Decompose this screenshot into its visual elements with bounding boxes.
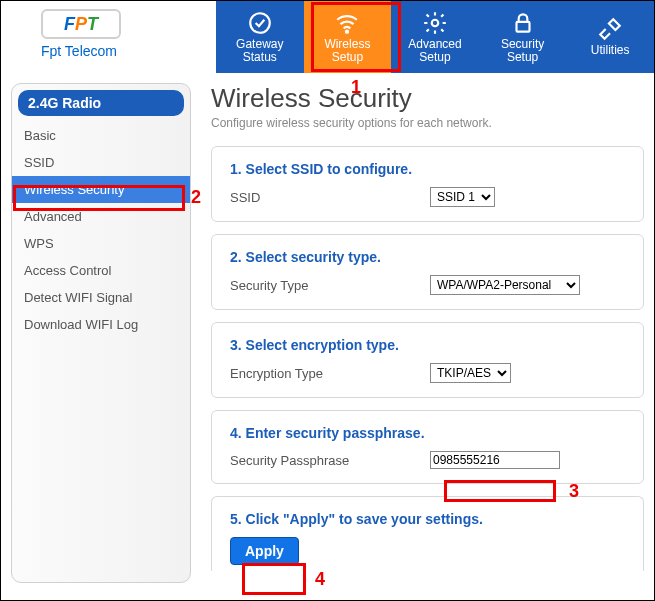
card-ssid: 1. Select SSID to configure. SSID SSID 1 [211, 146, 644, 222]
svg-point-1 [346, 30, 348, 32]
label-encryption: Encryption Type [230, 366, 430, 381]
nav-label: Status [243, 51, 277, 64]
check-circle-icon [247, 10, 273, 36]
label-passphrase: Security Passphrase [230, 453, 430, 468]
card-title: 4. Enter security passphrase. [230, 425, 625, 441]
annotation-3: 3 [569, 481, 579, 502]
sidebar: 2.4G Radio Basic SSID Wireless Security … [11, 83, 191, 583]
page-title: Wireless Security [211, 83, 644, 114]
card-encryption: 3. Select encryption type. Encryption Ty… [211, 322, 644, 398]
nav-label: Setup [332, 51, 363, 64]
svg-point-0 [250, 13, 270, 33]
label-security-type: Security Type [230, 278, 430, 293]
sidebar-item-basic[interactable]: Basic [12, 122, 190, 149]
page-subtitle: Configure wireless security options for … [211, 116, 644, 130]
nav-wireless-setup[interactable]: Wireless Setup [304, 1, 392, 73]
security-type-select[interactable]: WPA/WPA2-Personal [430, 275, 580, 295]
sidebar-item-download-log[interactable]: Download WIFI Log [12, 311, 190, 338]
passphrase-input[interactable] [430, 451, 560, 469]
ssid-select[interactable]: SSID 1 [430, 187, 495, 207]
nav-label: Utilities [591, 44, 630, 57]
nav-security-setup[interactable]: Security Setup [479, 1, 567, 73]
sidebar-item-ssid[interactable]: SSID [12, 149, 190, 176]
sidebar-item-wps[interactable]: WPS [12, 230, 190, 257]
encryption-select[interactable]: TKIP/AES [430, 363, 511, 383]
header: F P T Fpt Telecom Gateway Status Wireles… [1, 1, 654, 73]
topnav: Gateway Status Wireless Setup Advanced S… [216, 1, 654, 73]
card-passphrase: 4. Enter security passphrase. Security P… [211, 410, 644, 484]
tools-icon [597, 16, 623, 42]
nav-gateway-status[interactable]: Gateway Status [216, 1, 304, 73]
logo-letter-f: F [64, 14, 75, 35]
card-apply: 5. Click "Apply" to save your settings. … [211, 496, 644, 571]
annotation-2: 2 [191, 187, 201, 208]
sidebar-item-advanced[interactable]: Advanced [12, 203, 190, 230]
lock-icon [510, 10, 536, 36]
nav-label: Setup [507, 51, 538, 64]
annotation-4: 4 [315, 569, 325, 590]
apply-button[interactable]: Apply [230, 537, 299, 565]
logo-tagline: Fpt Telecom [41, 43, 216, 59]
card-title: 3. Select encryption type. [230, 337, 625, 353]
logo: F P T [41, 9, 121, 39]
nav-utilities[interactable]: Utilities [566, 1, 654, 73]
content: Wireless Security Configure wireless sec… [211, 83, 644, 583]
nav-advanced-setup[interactable]: Advanced Setup [391, 1, 479, 73]
card-security-type: 2. Select security type. Security Type W… [211, 234, 644, 310]
label-ssid: SSID [230, 190, 430, 205]
svg-point-2 [432, 20, 439, 27]
logo-letter-p: P [75, 14, 87, 35]
wifi-icon [334, 10, 360, 36]
sidebar-item-access-control[interactable]: Access Control [12, 257, 190, 284]
sidebar-item-wireless-security[interactable]: Wireless Security [12, 176, 190, 203]
sidebar-heading: 2.4G Radio [18, 90, 184, 116]
card-title: 1. Select SSID to configure. [230, 161, 625, 177]
card-title: 5. Click "Apply" to save your settings. [230, 511, 625, 527]
sidebar-item-detect-wifi[interactable]: Detect WIFI Signal [12, 284, 190, 311]
gear-icon [422, 10, 448, 36]
nav-label: Setup [419, 51, 450, 64]
svg-rect-3 [516, 22, 529, 32]
logo-area: F P T Fpt Telecom [1, 1, 216, 73]
logo-letter-t: T [87, 14, 98, 35]
main: 2.4G Radio Basic SSID Wireless Security … [1, 73, 654, 583]
card-title: 2. Select security type. [230, 249, 625, 265]
annotation-1: 1 [351, 77, 361, 98]
